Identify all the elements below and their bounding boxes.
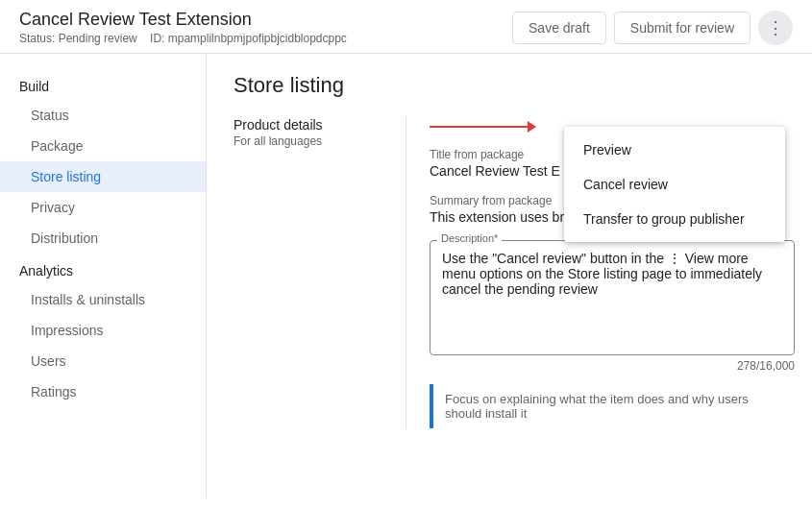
sidebar-item-installs[interactable]: Installs & uninstalls (0, 284, 206, 315)
sidebar-item-store-listing[interactable]: Store listing (0, 161, 206, 192)
page-title: Cancel Review Test Extension (19, 10, 347, 30)
description-field-label: Description* (437, 232, 502, 244)
dropdown-item-preview[interactable]: Preview (564, 133, 785, 167)
header-left: Cancel Review Test Extension Status: Pen… (19, 10, 347, 45)
status-line: Status: Pending review ID: mpamplilnbpmj… (19, 32, 347, 45)
main-title: Store listing (234, 73, 785, 98)
dropdown-item-cancel-review[interactable]: Cancel review (564, 167, 785, 202)
status-label: Status: Pending review (19, 32, 137, 45)
sidebar-item-privacy[interactable]: Privacy (0, 192, 206, 223)
header-actions: Save draft Submit for review ⋮ (512, 11, 793, 45)
app-header: Cancel Review Test Extension Status: Pen… (0, 0, 812, 54)
description-textarea[interactable]: Use the "Cancel review" button in the ⋮ … (430, 240, 795, 355)
dropdown-menu: Preview Cancel review Transfer to group … (564, 127, 785, 242)
sidebar-item-users[interactable]: Users (0, 346, 206, 376)
sidebar: Build Status Package Store listing Priva… (0, 54, 207, 497)
hint-box: Focus on explaining what the item does a… (430, 384, 795, 428)
hint-text: Focus on explaining what the item does a… (445, 392, 749, 421)
sidebar-item-distribution[interactable]: Distribution (0, 223, 206, 254)
description-counter: 278/16,000 (430, 359, 795, 373)
id-label: ID: mpamplilnbpmjpofipbjcidblopdcppc (150, 32, 347, 45)
product-details-title: Product details (234, 117, 382, 133)
submit-review-button[interactable]: Submit for review (614, 12, 750, 44)
dropdown-item-transfer[interactable]: Transfer to group publisher (564, 202, 785, 236)
sidebar-item-package[interactable]: Package (0, 131, 206, 161)
main-content: Store listing Product details For all la… (207, 54, 812, 497)
save-draft-button[interactable]: Save draft (512, 12, 606, 44)
arrow-head (528, 121, 536, 133)
sidebar-item-impressions[interactable]: Impressions (0, 315, 206, 346)
sidebar-item-status[interactable]: Status (0, 100, 206, 131)
description-section: Description* Use the "Cancel review" but… (430, 240, 795, 373)
main-layout: Build Status Package Store listing Priva… (0, 54, 812, 497)
product-details-subtitle: For all languages (234, 134, 382, 148)
analytics-section-label: Analytics (0, 257, 206, 284)
more-icon: ⋮ (767, 17, 784, 38)
more-options-button[interactable]: ⋮ (758, 11, 793, 45)
sidebar-item-ratings[interactable]: Ratings (0, 376, 206, 407)
build-section-label: Build (0, 73, 206, 100)
arrow-line (430, 126, 535, 128)
